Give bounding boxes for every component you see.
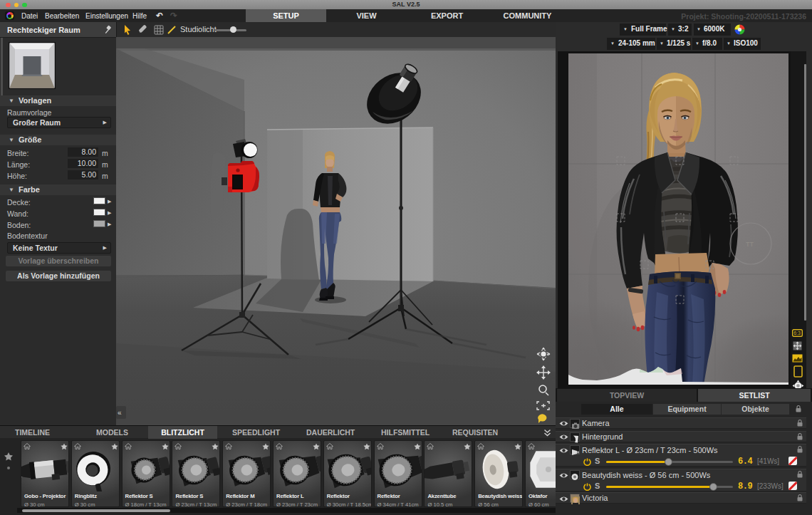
svg-text:«: « bbox=[118, 409, 122, 417]
svg-text:6:3: 6:3 bbox=[793, 331, 801, 335]
svg-text:ТТ: ТТ bbox=[746, 241, 754, 248]
